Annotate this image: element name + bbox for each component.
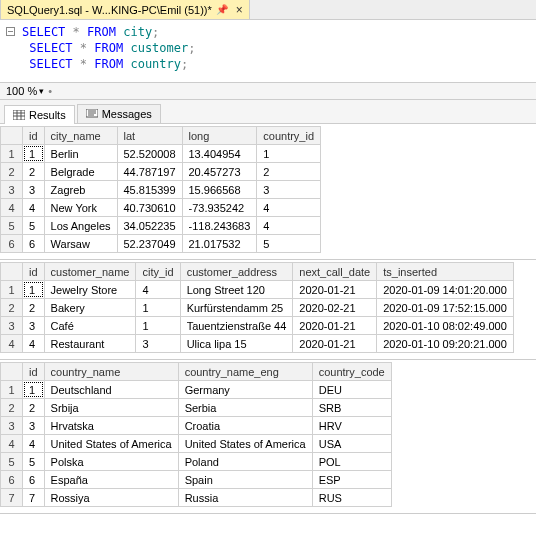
cell[interactable]: 1 bbox=[136, 317, 180, 335]
cell[interactable]: 1 bbox=[257, 145, 321, 163]
cell[interactable]: Serbia bbox=[178, 399, 312, 417]
table-row[interactable]: 44United States of AmericaUnited States … bbox=[1, 435, 392, 453]
table-row[interactable]: 33HrvatskaCroatiaHRV bbox=[1, 417, 392, 435]
col-header[interactable]: country_name_eng bbox=[178, 363, 312, 381]
table-row[interactable]: 66Warsaw52.23704921.0175325 bbox=[1, 235, 321, 253]
cell[interactable]: Croatia bbox=[178, 417, 312, 435]
cell[interactable]: 2020-01-09 14:01:20.000 bbox=[377, 281, 514, 299]
cell[interactable]: Tauentzienstraße 44 bbox=[180, 317, 293, 335]
cell[interactable]: 1 bbox=[23, 281, 45, 299]
row-header[interactable]: 4 bbox=[1, 435, 23, 453]
cell[interactable]: Zagreb bbox=[44, 181, 117, 199]
cell[interactable]: Polska bbox=[44, 453, 178, 471]
cell[interactable]: 2020-01-21 bbox=[293, 335, 377, 353]
cell[interactable]: Poland bbox=[178, 453, 312, 471]
table-row[interactable]: 11Berlin52.52000813.4049541 bbox=[1, 145, 321, 163]
tab-results[interactable]: Results bbox=[4, 105, 75, 124]
cell[interactable]: 4 bbox=[23, 199, 45, 217]
cell[interactable]: 52.520008 bbox=[117, 145, 182, 163]
cell[interactable]: Long Street 120 bbox=[180, 281, 293, 299]
row-header[interactable]: 5 bbox=[1, 453, 23, 471]
table-row[interactable]: 44Restaurant3Ulica lipa 152020-01-212020… bbox=[1, 335, 514, 353]
cell[interactable]: 3 bbox=[257, 181, 321, 199]
table-row[interactable]: 22Belgrade44.78719720.4572732 bbox=[1, 163, 321, 181]
cell[interactable]: POL bbox=[312, 453, 391, 471]
col-header[interactable]: id bbox=[23, 263, 45, 281]
cell[interactable]: 1 bbox=[136, 299, 180, 317]
row-header[interactable]: 1 bbox=[1, 281, 23, 299]
cell[interactable]: Los Angeles bbox=[44, 217, 117, 235]
col-header[interactable]: country_code bbox=[312, 363, 391, 381]
grid-customer[interactable]: idcustomer_namecity_idcustomer_addressne… bbox=[0, 262, 514, 353]
row-header[interactable]: 3 bbox=[1, 181, 23, 199]
cell[interactable]: Warsaw bbox=[44, 235, 117, 253]
cell[interactable]: 52.237049 bbox=[117, 235, 182, 253]
file-tab[interactable]: SQLQuery1.sql - W...KING-PC\Emil (51))* … bbox=[0, 0, 250, 19]
cell[interactable]: New York bbox=[44, 199, 117, 217]
col-header[interactable]: lat bbox=[117, 127, 182, 145]
cell[interactable]: 2 bbox=[23, 163, 45, 181]
cell[interactable]: Russia bbox=[178, 489, 312, 507]
sql-editor[interactable]: SELECT * FROM city; SELECT * FROM custom… bbox=[0, 20, 536, 83]
table-row[interactable]: 44New York40.730610-73.9352424 bbox=[1, 199, 321, 217]
row-header[interactable]: 6 bbox=[1, 471, 23, 489]
cell[interactable]: Germany bbox=[178, 381, 312, 399]
cell[interactable]: 40.730610 bbox=[117, 199, 182, 217]
col-header[interactable]: customer_name bbox=[44, 263, 136, 281]
row-header[interactable]: 6 bbox=[1, 235, 23, 253]
cell[interactable]: Hrvatska bbox=[44, 417, 178, 435]
row-header[interactable]: 2 bbox=[1, 299, 23, 317]
col-header[interactable]: next_call_date bbox=[293, 263, 377, 281]
col-header[interactable]: country_name bbox=[44, 363, 178, 381]
cell[interactable]: United States of America bbox=[178, 435, 312, 453]
cell[interactable]: 45.815399 bbox=[117, 181, 182, 199]
table-row[interactable]: 77RossiyaRussiaRUS bbox=[1, 489, 392, 507]
row-header[interactable]: 1 bbox=[1, 145, 23, 163]
cell[interactable]: 1 bbox=[23, 381, 45, 399]
cell[interactable]: 5 bbox=[23, 217, 45, 235]
cell[interactable]: 44.787197 bbox=[117, 163, 182, 181]
row-header[interactable]: 5 bbox=[1, 217, 23, 235]
cell[interactable]: 3 bbox=[23, 181, 45, 199]
table-row[interactable]: 55Los Angeles34.052235-118.2436834 bbox=[1, 217, 321, 235]
cell[interactable]: 6 bbox=[23, 471, 45, 489]
cell[interactable]: SRB bbox=[312, 399, 391, 417]
table-row[interactable]: 11Jewelry Store4Long Street 1202020-01-2… bbox=[1, 281, 514, 299]
cell[interactable]: 2020-01-10 08:02:49.000 bbox=[377, 317, 514, 335]
cell[interactable]: Berlin bbox=[44, 145, 117, 163]
col-header[interactable]: customer_address bbox=[180, 263, 293, 281]
col-header[interactable]: ts_inserted bbox=[377, 263, 514, 281]
cell[interactable]: Rossiya bbox=[44, 489, 178, 507]
cell[interactable]: 3 bbox=[136, 335, 180, 353]
cell[interactable]: HRV bbox=[312, 417, 391, 435]
cell[interactable]: Jewelry Store bbox=[44, 281, 136, 299]
cell[interactable]: 2 bbox=[23, 299, 45, 317]
cell[interactable]: 6 bbox=[23, 235, 45, 253]
cell[interactable]: 2020-01-21 bbox=[293, 281, 377, 299]
row-header[interactable]: 3 bbox=[1, 317, 23, 335]
cell[interactable]: RUS bbox=[312, 489, 391, 507]
col-header[interactable]: city_name bbox=[44, 127, 117, 145]
close-icon[interactable]: × bbox=[236, 3, 243, 17]
cell[interactable]: 4 bbox=[23, 435, 45, 453]
cell[interactable]: 4 bbox=[257, 199, 321, 217]
cell[interactable]: 20.457273 bbox=[182, 163, 257, 181]
col-header[interactable]: long bbox=[182, 127, 257, 145]
cell[interactable]: 5 bbox=[23, 453, 45, 471]
pin-icon[interactable]: 📌 bbox=[216, 4, 228, 15]
grid-city[interactable]: idcity_namelatlongcountry_id11Berlin52.5… bbox=[0, 126, 321, 253]
row-header[interactable]: 7 bbox=[1, 489, 23, 507]
cell[interactable]: 3 bbox=[23, 417, 45, 435]
zoom-select[interactable]: 100 % ▾ bbox=[6, 85, 44, 97]
cell[interactable]: 1 bbox=[23, 145, 45, 163]
fold-gutter[interactable] bbox=[0, 24, 22, 40]
cell[interactable]: -118.243683 bbox=[182, 217, 257, 235]
cell[interactable]: Restaurant bbox=[44, 335, 136, 353]
col-header[interactable]: id bbox=[23, 127, 45, 145]
cell[interactable]: 34.052235 bbox=[117, 217, 182, 235]
col-header[interactable]: country_id bbox=[257, 127, 321, 145]
cell[interactable]: 4 bbox=[23, 335, 45, 353]
cell[interactable]: Kurfürstendamm 25 bbox=[180, 299, 293, 317]
cell[interactable]: 15.966568 bbox=[182, 181, 257, 199]
cell[interactable]: Ulica lipa 15 bbox=[180, 335, 293, 353]
